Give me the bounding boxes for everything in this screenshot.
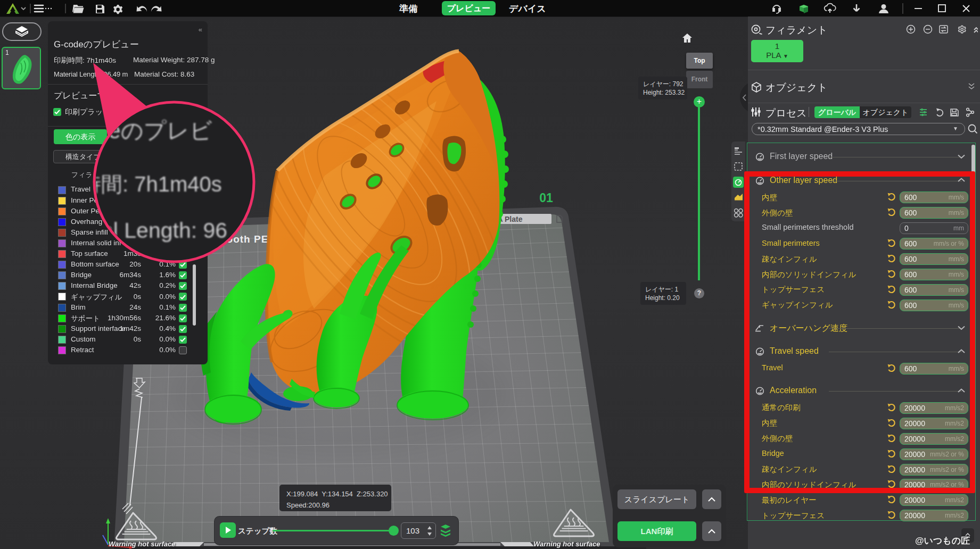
svg-text:時間: 7h1m40s: 時間: 7h1m40s: [80, 172, 222, 196]
svg-text:Warning hot surface: Warning hot surface: [533, 540, 600, 548]
svg-text:Warning hot surface: Warning hot surface: [109, 540, 175, 548]
